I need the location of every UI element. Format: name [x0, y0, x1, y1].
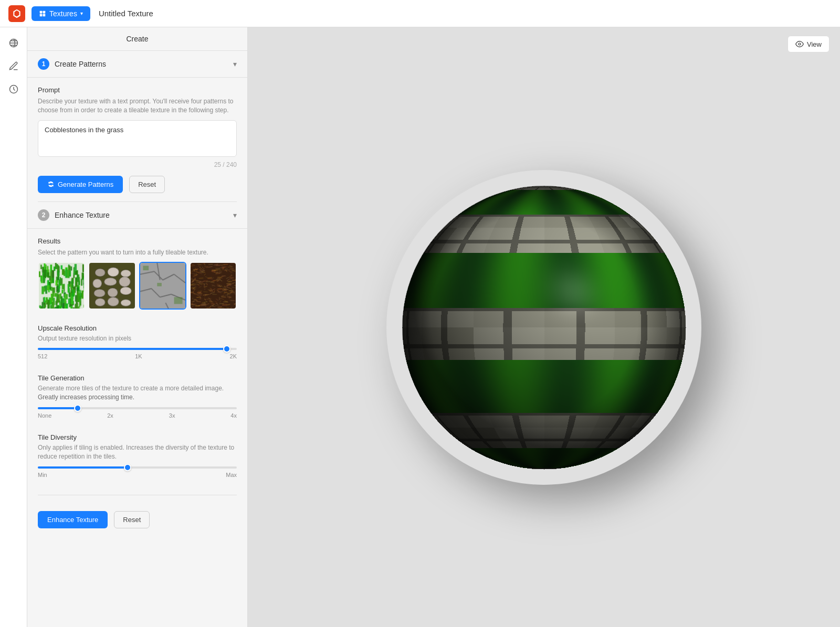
upscale-slider-track [38, 348, 237, 350]
results-section: Results Select the pattern you want to t… [27, 229, 247, 318]
enhance-texture-button[interactable]: Enhance Texture [38, 511, 108, 528]
globe-icon-button[interactable] [4, 34, 23, 52]
results-grid [38, 262, 237, 309]
sphere-canvas [386, 170, 701, 485]
svg-rect-0 [40, 10, 43, 13]
tile-div-slider-track [38, 466, 237, 469]
view-button[interactable]: View [788, 36, 830, 52]
app-logo [8, 5, 25, 22]
tile-gen-slider-thumb[interactable] [74, 405, 81, 412]
result-thumb-1[interactable] [38, 262, 85, 309]
chevron-down-icon: ▾ [80, 10, 83, 16]
pen-icon-button[interactable] [4, 57, 23, 76]
panel-scroll[interactable]: 1 Create Patterns ▾ Prompt Describe your… [27, 51, 247, 627]
textures-dropdown-button[interactable]: Textures ▾ [32, 6, 90, 21]
enhance-btn-row: Enhance Texture Reset [38, 511, 237, 528]
generate-patterns-button[interactable]: Generate Patterns [38, 176, 123, 193]
step2-chevron-icon: ▾ [233, 211, 237, 219]
create-patterns-header[interactable]: 1 Create Patterns ▾ [38, 58, 237, 70]
clock-icon-button[interactable] [4, 80, 23, 99]
prompt-label: Prompt [38, 86, 237, 94]
upscale-slider-labels: 512 1K 2K [38, 353, 237, 359]
reset-button-1[interactable]: Reset [129, 176, 165, 193]
results-description: Select the pattern you want to turn into… [38, 248, 237, 257]
create-patterns-section: 1 Create Patterns ▾ [27, 51, 247, 78]
panel-header: Create [27, 27, 247, 51]
svg-rect-1 [43, 10, 46, 13]
result-thumb-3[interactable] [139, 262, 186, 309]
upscale-label: Upscale Resolution [38, 324, 237, 332]
reset-button-2[interactable]: Reset [114, 511, 150, 528]
tile-gen-section: Tile Generation Generate more tiles of t… [27, 368, 247, 427]
step2-title: Enhance Texture [55, 211, 110, 219]
viewport: View [248, 27, 840, 627]
main-layout: Create 1 Create Patterns ▾ Prompt Descri… [0, 27, 840, 627]
sphere-preview [386, 170, 701, 485]
page-title: Untitled Texture [99, 9, 153, 18]
step1-number: 1 [38, 58, 49, 70]
icon-sidebar [0, 27, 27, 627]
step1-chevron-icon: ▾ [233, 60, 237, 68]
panel: Create 1 Create Patterns ▾ Prompt Descri… [27, 27, 248, 627]
upscale-slider-fill [38, 348, 227, 350]
enhance-texture-section: 2 Enhance Texture ▾ [27, 202, 247, 229]
result-thumb-2[interactable] [88, 262, 135, 309]
tile-div-slider-thumb[interactable] [124, 464, 131, 471]
tile-div-section: Tile Diversity Only applies if tiling is… [27, 427, 247, 486]
tile-div-label: Tile Diversity [38, 433, 237, 441]
svg-rect-3 [43, 14, 46, 16]
tile-gen-description: Generate more tiles of the texture to cr… [38, 384, 237, 402]
upscale-description: Output texture resolution in pixels [38, 334, 237, 343]
char-count: 25 / 240 [38, 161, 237, 168]
tile-gen-slider-track [38, 407, 237, 409]
tile-gen-slider-labels: None 2x 3x 4x [38, 412, 237, 419]
topbar: Textures ▾ Untitled Texture [0, 0, 840, 27]
step2-number: 2 [38, 209, 49, 221]
results-label: Results [38, 237, 237, 245]
enhance-btn-row-section: Enhance Texture Reset [27, 495, 247, 537]
tile-div-slider-fill [38, 466, 128, 469]
svg-rect-2 [40, 14, 43, 16]
tile-gen-slider-fill [38, 407, 78, 409]
prompt-section: Prompt Describe your texture with a text… [27, 78, 247, 201]
tile-gen-label: Tile Generation [38, 374, 237, 382]
tile-div-description: Only applies if tiling is enabled. Incre… [38, 443, 237, 461]
upscale-section: Upscale Resolution Output texture resolu… [27, 318, 247, 368]
upscale-slider-thumb[interactable] [223, 345, 230, 353]
svg-point-6 [799, 43, 801, 45]
prompt-textarea[interactable]: Cobblestones in the grass [38, 120, 237, 157]
enhance-texture-header[interactable]: 2 Enhance Texture ▾ [38, 209, 237, 221]
prompt-description: Describe your texture with a text prompt… [38, 97, 237, 115]
result-thumb-4[interactable] [190, 262, 237, 309]
generate-btn-row: Generate Patterns Reset [38, 176, 237, 193]
tile-div-slider-labels: Min Max [38, 472, 237, 478]
step1-title: Create Patterns [55, 60, 106, 68]
